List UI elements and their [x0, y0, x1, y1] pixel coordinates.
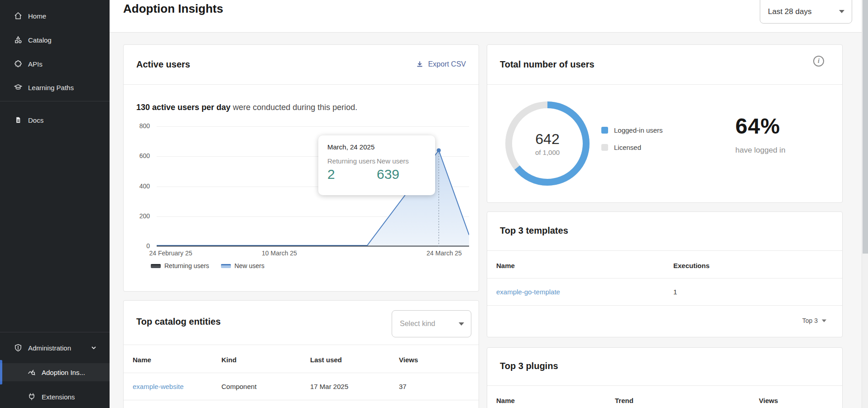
entity-views: 37 [399, 383, 407, 390]
sidebar-item-learning-paths[interactable]: Learning Paths [0, 78, 110, 96]
card-divider [487, 385, 842, 386]
export-csv-button[interactable]: Export CSV [411, 58, 470, 71]
column-header-last-used: Last used [310, 356, 342, 364]
top-n-select-value: Top 3 [802, 317, 818, 324]
x-axis-tick: 24 February 25 [137, 250, 205, 257]
top-templates-card: Top 3 templates Name Executions example-… [487, 211, 843, 337]
kind-select-placeholder: Select kind [400, 320, 435, 328]
tooltip-label: New users [377, 157, 426, 165]
y-axis-tick: 200 [124, 212, 150, 220]
adoption-insights-page: Home Catalog APIs Learning Paths Docs [0, 0, 868, 408]
shield-icon [14, 343, 23, 352]
y-axis-tick: 400 [124, 182, 150, 190]
dropdown-arrow-icon [839, 10, 844, 13]
card-title: Top 3 templates [500, 226, 568, 236]
card-divider [124, 84, 479, 85]
card-divider [487, 250, 842, 251]
sidebar-item-administration[interactable]: Administration [0, 339, 110, 357]
period-select[interactable]: Last 28 days [760, 0, 852, 24]
entity-last-used: 17 Mar 2025 [310, 383, 348, 390]
card-title: Total number of users [500, 59, 595, 70]
card-divider [487, 84, 842, 85]
docs-icon [14, 115, 23, 125]
sidebar-item-label: Learning Paths [28, 84, 74, 91]
sidebar-divider [0, 332, 110, 332]
sidebar-item-label: Administration [28, 344, 71, 352]
vertical-scrollbar [862, 0, 868, 408]
chevron-down-icon [91, 345, 97, 351]
sidebar-item-adoption-insights[interactable]: Adoption Ins... [0, 363, 110, 381]
total-users-card: Total number of users i 642 of 1,000 Log… [487, 44, 843, 203]
info-icon[interactable]: i [813, 56, 824, 67]
sidebar-item-catalog[interactable]: Catalog [0, 31, 110, 49]
chart-summary: 130 active users per day were conducted … [136, 103, 357, 112]
catalog-icon [14, 35, 23, 44]
new-users-swatch [221, 264, 231, 268]
sidebar-item-label: Catalog [28, 36, 52, 44]
licensed-swatch [601, 144, 608, 151]
page-title: Adoption Insights [123, 2, 223, 16]
logged-in-swatch [601, 127, 608, 134]
sidebar-item-docs[interactable]: Docs [0, 111, 110, 129]
x-axis-tick: 24 March 25 [410, 250, 478, 257]
sidebar-item-label: APIs [28, 60, 43, 68]
sidebar-item-extensions[interactable]: Extensions [0, 388, 110, 406]
donut-legend: Logged-in users Licensed [601, 126, 663, 151]
column-header-name: Name [496, 262, 515, 269]
entity-kind: Component [221, 383, 257, 390]
sidebar: Home Catalog APIs Learning Paths Docs [0, 0, 110, 408]
legend-label: New users [235, 262, 264, 269]
highlighted-data-point [437, 149, 441, 153]
sidebar-item-apis[interactable]: APIs [0, 55, 110, 73]
y-axis-tick: 0 [124, 242, 150, 250]
returning-users-swatch [151, 264, 161, 268]
export-csv-label: Export CSV [428, 60, 466, 68]
column-header-views: Views [759, 397, 778, 404]
chart-legend: Returning users New users [151, 262, 264, 269]
card-title: Top 3 plugins [500, 361, 558, 371]
top-plugins-card: Top 3 plugins Name Trend Views [487, 347, 843, 408]
row-divider [124, 400, 479, 400]
scrollbar-thumb[interactable] [863, 0, 868, 254]
kind-select[interactable]: Select kind [392, 310, 471, 337]
learning-paths-icon [14, 83, 23, 92]
sidebar-item-home[interactable]: Home [0, 7, 110, 25]
template-name-link[interactable]: example-go-template [496, 288, 560, 296]
percent-summary: 64% have logged in [735, 114, 826, 155]
template-executions: 1 [673, 288, 677, 296]
adoption-insights-icon [27, 368, 36, 377]
column-header-views: Views [399, 356, 418, 364]
tooltip-value: 2 [327, 167, 377, 182]
dropdown-arrow-icon [459, 322, 464, 326]
dropdown-arrow-icon [822, 319, 826, 322]
chart-tooltip: March, 24 2025 Returning users 2 New use… [318, 135, 435, 195]
home-icon [14, 11, 23, 20]
y-axis-tick: 800 [124, 122, 150, 130]
card-title: Active users [136, 59, 190, 70]
column-header-executions: Executions [673, 262, 710, 269]
download-icon [416, 60, 424, 68]
tooltip-label: Returning users [327, 157, 377, 165]
row-divider [124, 373, 479, 373]
percent-value: 64% [735, 114, 826, 139]
period-select-value: Last 28 days [768, 7, 811, 16]
sidebar-item-label: Docs [28, 116, 43, 124]
donut-caption: of 1,000 [535, 149, 560, 156]
row-divider [487, 278, 842, 278]
legend-label: Logged-in users [614, 126, 663, 134]
entity-name-link[interactable]: example-website [133, 383, 184, 390]
y-axis-tick: 600 [124, 152, 150, 159]
row-divider [487, 305, 842, 306]
percent-caption: have logged in [735, 146, 826, 155]
card-title: Top catalog entities [136, 317, 221, 327]
sidebar-divider [0, 101, 110, 101]
plug-icon [27, 392, 36, 401]
column-header-name: Name [496, 397, 515, 404]
top-n-select[interactable]: Top 3 [802, 317, 827, 324]
tooltip-date: March, 24 2025 [327, 143, 426, 151]
legend-label: Returning users [164, 262, 209, 269]
donut-value: 642 [535, 131, 559, 148]
main-content: Adoption Insights Last 28 days Active us… [110, 0, 868, 408]
active-users-card: Active users Export CSV 130 active users… [123, 44, 479, 292]
x-axis-tick: 10 March 25 [245, 250, 313, 257]
